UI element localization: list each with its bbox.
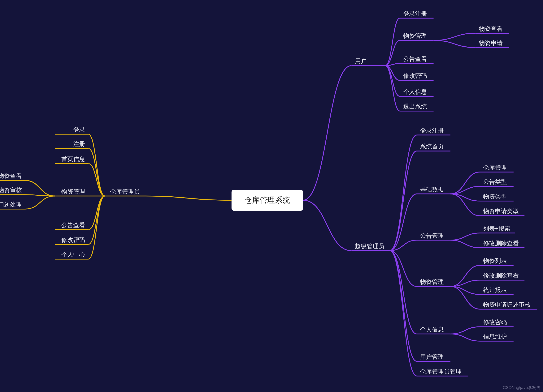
child-label[interactable]: 公告查看 bbox=[61, 222, 85, 228]
grandchild-label[interactable]: 修改删除查看 bbox=[483, 272, 519, 279]
edge bbox=[390, 251, 417, 361]
child-label[interactable]: 个人中心 bbox=[61, 251, 85, 258]
edge bbox=[303, 66, 351, 200]
branch-label[interactable]: 用户 bbox=[355, 58, 367, 64]
edge bbox=[303, 200, 351, 251]
grandchild-label[interactable]: 公告类型 bbox=[483, 178, 507, 185]
child-label[interactable]: 公告查看 bbox=[403, 55, 427, 62]
grandchild-label[interactable]: 物资申请归还审核 bbox=[483, 301, 531, 308]
root-label: 仓库管理系统 bbox=[244, 196, 290, 204]
edge bbox=[450, 286, 480, 309]
child-label[interactable]: 个人信息 bbox=[420, 326, 444, 333]
child-label[interactable]: 物资管理 bbox=[420, 279, 444, 285]
child-label[interactable]: 登录 bbox=[73, 126, 85, 133]
edge bbox=[385, 18, 400, 66]
child-label[interactable]: 修改密码 bbox=[403, 72, 427, 79]
grandchild-label[interactable]: 信息维护 bbox=[483, 333, 507, 340]
child-label[interactable]: 修改密码 bbox=[61, 237, 85, 243]
child-label[interactable]: 基础数据 bbox=[420, 186, 444, 193]
grandchild-label[interactable]: 物资查看 bbox=[479, 25, 503, 32]
edge bbox=[450, 240, 480, 248]
grandchild-label[interactable]: 列表+搜索 bbox=[483, 225, 510, 232]
child-label[interactable]: 系统首页 bbox=[420, 143, 444, 150]
grandchild-label[interactable]: 物资归还处理 bbox=[0, 201, 22, 208]
grandchild-label[interactable]: 仓库管理 bbox=[483, 164, 507, 171]
child-label[interactable]: 注册 bbox=[73, 141, 85, 147]
mindmap-canvas[interactable]: 仓库管理系统仓库管理员登录注册首页信息物资管理物资查看物资审核物资归还处理公告查… bbox=[0, 0, 543, 392]
edge bbox=[434, 33, 476, 40]
edge bbox=[390, 135, 417, 251]
edge bbox=[88, 164, 105, 196]
child-label[interactable]: 个人信息 bbox=[403, 88, 427, 95]
child-label[interactable]: 登录注册 bbox=[420, 127, 444, 134]
child-label[interactable]: 物资管理 bbox=[61, 188, 85, 195]
child-label[interactable]: 首页信息 bbox=[61, 156, 85, 162]
edge bbox=[385, 66, 400, 96]
edge bbox=[143, 196, 232, 200]
edge bbox=[88, 149, 105, 196]
child-label[interactable]: 退出系统 bbox=[403, 103, 427, 110]
grandchild-label[interactable]: 物资申请 bbox=[479, 40, 503, 46]
child-label[interactable]: 仓库管理员管理 bbox=[420, 368, 462, 375]
edge bbox=[434, 40, 476, 47]
child-label[interactable]: 登录注册 bbox=[403, 10, 427, 17]
grandchild-label[interactable]: 物资列表 bbox=[483, 258, 507, 264]
edge bbox=[25, 181, 55, 196]
edge bbox=[88, 196, 105, 244]
child-label[interactable]: 用户管理 bbox=[420, 353, 444, 360]
grandchild-label[interactable]: 物资审核 bbox=[0, 187, 22, 193]
edge bbox=[450, 334, 480, 341]
grandchild-label[interactable]: 物资申请类型 bbox=[483, 208, 519, 215]
watermark: CSDN @java李杨勇 bbox=[503, 385, 541, 390]
grandchild-label[interactable]: 修改删除查看 bbox=[483, 240, 519, 247]
grandchild-label[interactable]: 物资类型 bbox=[483, 193, 507, 200]
edge bbox=[450, 172, 480, 194]
branch-label[interactable]: 超级管理员 bbox=[355, 243, 385, 249]
child-label[interactable]: 公告管理 bbox=[420, 232, 444, 239]
edge bbox=[390, 251, 417, 334]
grandchild-label[interactable]: 修改密码 bbox=[483, 319, 507, 326]
edge bbox=[450, 233, 480, 240]
branch-label[interactable]: 仓库管理员 bbox=[110, 188, 140, 195]
edge bbox=[88, 196, 105, 259]
edge bbox=[450, 327, 480, 334]
grandchild-label[interactable]: 物资查看 bbox=[0, 172, 22, 179]
child-label[interactable]: 物资管理 bbox=[403, 33, 427, 39]
edge bbox=[390, 151, 417, 251]
edge bbox=[25, 196, 55, 209]
grandchild-label[interactable]: 统计报表 bbox=[483, 287, 507, 293]
